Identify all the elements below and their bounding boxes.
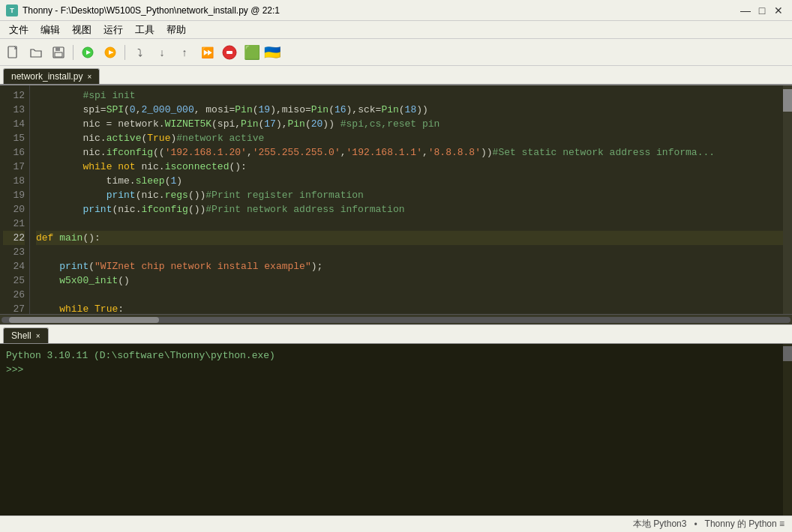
menu-view[interactable]: 视图 xyxy=(66,22,98,38)
stop-icon xyxy=(221,44,238,61)
editor-area[interactable]: 12 13 14 15 16 17 18 19 20 21 22 23 24 2… xyxy=(0,85,792,314)
save-button[interactable] xyxy=(48,42,69,63)
shell-tab-close[interactable]: × xyxy=(36,332,40,340)
titlebar: T Thonny - F:\Desktop\W5100S_Python\netw… xyxy=(0,0,792,21)
shell-tab-area: Shell × xyxy=(0,324,792,344)
editor-vertical-scrollbar[interactable] xyxy=(783,85,792,314)
ukraine-flag: 🇺🇦 xyxy=(264,44,280,61)
menu-help[interactable]: 帮助 xyxy=(160,22,192,38)
menu-file[interactable]: 文件 xyxy=(3,22,34,38)
menu-run[interactable]: 运行 xyxy=(98,22,129,38)
status-interpreter: 本地 Python3 xyxy=(633,518,686,531)
scroll-track xyxy=(2,317,790,323)
step-out-button[interactable]: ↑ xyxy=(174,42,195,63)
shell-tab-label: Shell xyxy=(11,330,32,341)
menu-tools[interactable]: 工具 xyxy=(129,22,160,38)
menu-edit[interactable]: 编辑 xyxy=(34,22,66,38)
menubar: 文件 编辑 视图 运行 工具 帮助 xyxy=(0,21,792,39)
shell-vertical-scrollbar[interactable] xyxy=(783,344,792,516)
editor-tab-area: network_install.py × xyxy=(0,66,792,85)
shell-prompt-line: >>> xyxy=(6,363,786,377)
editor-tab-label: network_install.py xyxy=(11,71,82,82)
scroll-thumb[interactable] xyxy=(9,317,159,323)
toolbar-separator-2 xyxy=(124,45,125,60)
editor-tab-network-install[interactable]: network_install.py × xyxy=(3,68,100,84)
debug-icon xyxy=(104,46,117,59)
run-button[interactable] xyxy=(77,42,98,63)
window-title: Thonny - F:\Desktop\W5100S_Python\networ… xyxy=(22,5,738,16)
shell-scroll-thumb[interactable] xyxy=(783,346,792,361)
statusbar: 本地 Python3 • Thonny 的 Python ≡ xyxy=(0,516,792,532)
line-numbers: 12 13 14 15 16 17 18 19 20 21 22 23 24 2… xyxy=(0,85,30,314)
editor-horizontal-scrollbar[interactable] xyxy=(0,314,792,324)
resume-button[interactable]: ⏩ xyxy=(196,42,218,63)
minimize-button[interactable]: — xyxy=(738,3,753,18)
editor-scroll-thumb[interactable] xyxy=(783,89,792,112)
new-icon xyxy=(7,46,20,59)
status-thonny[interactable]: Thonny 的 Python ≡ xyxy=(705,518,784,531)
svg-rect-2 xyxy=(56,47,60,51)
save-icon xyxy=(52,46,65,59)
flag-button[interactable]: 🟩 xyxy=(242,42,262,63)
svg-rect-10 xyxy=(226,51,232,54)
code-content[interactable]: #spi init spi=SPI(0,2_000_000, mosi=Pin(… xyxy=(30,85,792,314)
window-controls: — □ ✕ xyxy=(738,3,786,18)
step-into-button[interactable]: ↓ xyxy=(152,42,172,63)
editor-wrapper: 12 13 14 15 16 17 18 19 20 21 22 23 24 2… xyxy=(0,85,792,324)
toolbar-separator-1 xyxy=(73,45,74,60)
debug-button[interactable] xyxy=(100,42,121,63)
step-over-button[interactable]: ⤵ xyxy=(129,42,150,63)
new-button[interactable] xyxy=(3,42,24,63)
stop-button[interactable] xyxy=(219,42,240,63)
open-icon xyxy=(29,46,43,59)
maximize-button[interactable]: □ xyxy=(754,3,770,18)
status-dot: • xyxy=(694,519,697,530)
shell-area[interactable]: Python 3.10.11 (D:\software\Thonny\pytho… xyxy=(0,344,792,516)
close-button[interactable]: ✕ xyxy=(771,3,786,18)
shell-wrapper: Python 3.10.11 (D:\software\Thonny\pytho… xyxy=(0,344,792,516)
open-button[interactable] xyxy=(26,42,46,63)
editor-tab-close[interactable]: × xyxy=(87,73,92,81)
run-icon xyxy=(81,46,94,59)
shell-tab[interactable]: Shell × xyxy=(3,327,49,343)
svg-rect-3 xyxy=(55,52,62,57)
toolbar: ⤵ ↓ ↑ ⏩ 🟩 🇺🇦 xyxy=(0,39,792,66)
app-icon: T xyxy=(6,4,18,16)
shell-version-line: Python 3.10.11 (D:\software\Thonny\pytho… xyxy=(6,348,786,363)
